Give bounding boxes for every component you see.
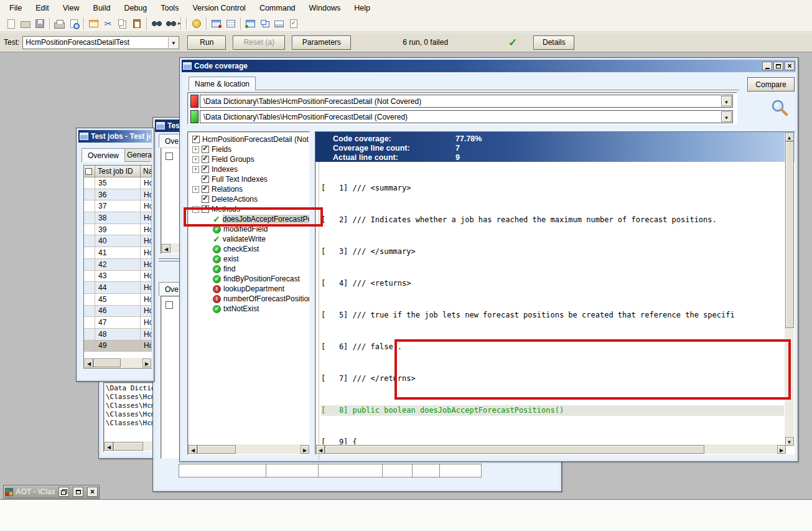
aot-minimized-window[interactable]: AOT - \Class... [3, 485, 100, 499]
checkbox-checked[interactable] [202, 205, 209, 213]
menu-windows[interactable]: Windows [302, 1, 348, 15]
save-button[interactable] [32, 17, 47, 31]
table-row[interactable]: 42Hc [84, 259, 152, 271]
column-header-name[interactable]: Na [141, 166, 152, 177]
tree-method-find[interactable]: find [190, 264, 309, 274]
table-row[interactable]: 48Hc [84, 329, 152, 341]
tree-root[interactable]: HcmPositionForecastDetail (Not Cov [190, 134, 309, 144]
scroll-up-icon[interactable] [785, 133, 794, 141]
scroll-left-icon[interactable] [105, 442, 113, 451]
tab-name-location[interactable]: Name & location [189, 77, 256, 90]
tree-method-lookupdepartment[interactable]: lookupDepartment [190, 284, 309, 294]
close-button[interactable] [87, 487, 98, 497]
expand-icon[interactable]: + [192, 146, 199, 153]
chevron-down-icon[interactable] [721, 111, 732, 122]
table-row[interactable]: 47Hc [84, 317, 152, 329]
column-header-test-job-id[interactable]: Test job ID [95, 166, 141, 177]
test-name-combobox[interactable]: HcmPositionForecastDetailTest [22, 36, 179, 49]
tab-overview[interactable]: Overview [82, 148, 125, 162]
code-coverage-titlebar[interactable]: Code coverage [182, 60, 796, 72]
compile-button[interactable] [189, 17, 203, 31]
menu-command[interactable]: Command [253, 1, 302, 15]
tree-node-fields[interactable]: +Fields [190, 144, 309, 154]
close-button[interactable] [785, 62, 795, 70]
scroll-right-icon[interactable] [142, 359, 151, 367]
select-all-checkbox[interactable] [166, 153, 173, 160]
vertical-scrollbar[interactable] [785, 133, 794, 446]
table-row[interactable]: 35Hc [84, 177, 152, 189]
menu-view[interactable]: View [56, 1, 86, 15]
expand-icon[interactable]: + [192, 186, 199, 193]
tree-method-findbypositionforecast[interactable]: findByPositionForecast [190, 274, 309, 284]
tree-method-modifiedfield[interactable]: modifiedField [190, 224, 309, 234]
horizontal-scrollbar[interactable] [85, 358, 151, 367]
cut-button[interactable] [101, 17, 115, 31]
tree-method-validatewrite[interactable]: validateWrite [190, 234, 309, 244]
menu-version-control[interactable]: Version Control [185, 1, 252, 15]
chevron-down-icon[interactable] [721, 96, 732, 106]
magnifier-icon[interactable] [771, 99, 790, 118]
table-browser-button[interactable] [223, 17, 238, 31]
debugger-button[interactable] [209, 17, 223, 31]
copy-button[interactable] [115, 17, 129, 31]
tree-node-relations[interactable]: +Relations [190, 184, 309, 194]
print-button[interactable] [52, 17, 67, 31]
horizontal-scrollbar[interactable] [189, 444, 309, 454]
restore-button[interactable] [58, 487, 69, 497]
menu-debug[interactable]: Debug [117, 1, 154, 15]
table-row[interactable]: 46Hc [84, 306, 152, 317]
checklist-button[interactable] [286, 17, 301, 31]
tree-node-field-groups[interactable]: +Field Groups [190, 154, 309, 164]
test-jobs-titlebar[interactable]: Test jobs - Test jo [78, 130, 152, 143]
parameters-button[interactable]: Parameters [292, 35, 351, 50]
checkbox-checked[interactable] [202, 166, 209, 173]
covered-path-combobox[interactable]: \Data Dictionary\Tables\HcmPositionForec… [200, 110, 733, 123]
menu-build[interactable]: Build [86, 1, 118, 15]
scrollbar-thumb[interactable] [197, 445, 236, 454]
tree-method-numberofforecastpositions[interactable]: numberOfForecastPositionsF [190, 294, 309, 304]
scroll-left-icon[interactable] [189, 445, 197, 454]
table-row[interactable]: 39Hc [84, 224, 152, 236]
print-preview-button[interactable] [67, 17, 81, 31]
compare-button[interactable]: Compare [747, 77, 795, 92]
table-row[interactable]: 40Hc [84, 235, 152, 247]
expand-icon[interactable]: + [192, 156, 199, 163]
scrollbar-thumb[interactable] [325, 445, 704, 454]
table-row-selected[interactable]: 49Hc [84, 341, 152, 352]
run-button[interactable]: Run [187, 35, 226, 50]
table-row[interactable]: 41Hc [84, 247, 152, 259]
table-row[interactable]: 38Hc [84, 212, 152, 224]
table-row[interactable]: 36Hc [84, 189, 152, 201]
checkbox-checked[interactable] [202, 195, 209, 203]
tree-node-full-text-indexes[interactable]: Full Text Indexes [190, 174, 309, 184]
minimize-button[interactable] [762, 62, 772, 70]
find-button[interactable] [149, 17, 164, 31]
tree-node-deleteactions[interactable]: DeleteActions [190, 194, 309, 204]
checkbox-checked[interactable] [202, 146, 209, 153]
details-button[interactable]: Details [533, 35, 574, 50]
scroll-left-icon[interactable] [316, 445, 325, 454]
checkbox-checked[interactable] [192, 136, 200, 143]
collapse-icon[interactable]: - [192, 206, 199, 213]
scrollbar-thumb[interactable] [785, 141, 794, 328]
table-row[interactable]: 44Hc [84, 282, 152, 294]
maximize-button[interactable] [773, 62, 783, 70]
scroll-right-icon[interactable] [301, 445, 309, 454]
scroll-down-icon[interactable] [785, 437, 794, 446]
menu-file[interactable]: File [2, 1, 29, 15]
horizontal-scrollbar[interactable] [316, 444, 786, 454]
select-all-checkbox[interactable] [85, 168, 92, 175]
new-window-button[interactable] [86, 17, 101, 31]
table-row[interactable]: 37Hc [84, 200, 152, 212]
new-button[interactable] [4, 17, 18, 31]
table-row[interactable]: 45Hc [84, 294, 152, 306]
scrollbar-thumb[interactable] [93, 359, 121, 367]
tree-method-txtnotexist[interactable]: txtNotExist [190, 304, 309, 314]
checkbox-checked[interactable] [202, 176, 209, 183]
paste-button[interactable] [129, 17, 144, 31]
not-covered-path-combobox[interactable]: \Data Dictionary\Tables\HcmPositionForec… [200, 95, 733, 108]
open-button[interactable] [18, 17, 32, 31]
sync-button[interactable] [258, 17, 272, 31]
table-row[interactable]: 43Hc [84, 271, 152, 283]
expand-icon[interactable]: + [192, 166, 199, 173]
